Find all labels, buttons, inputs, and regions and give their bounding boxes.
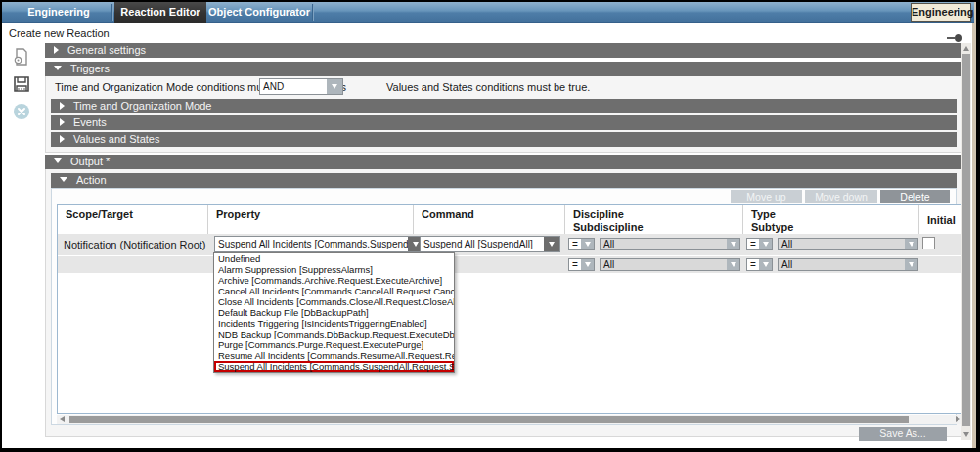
move-up-button[interactable]: Move up (731, 190, 802, 203)
save-icon (12, 74, 31, 94)
chevron-down-icon (60, 177, 67, 182)
property-value: Suspend All Incidents [Commands.SuspendA… (215, 237, 408, 251)
subtype-value: All (779, 259, 905, 270)
engineering-mode-button[interactable]: Engineering (911, 3, 971, 22)
subtype-select[interactable]: All (778, 258, 918, 271)
section-action[interactable]: Action (51, 173, 957, 188)
section-label: General settings (67, 44, 146, 56)
dropdown-button[interactable] (759, 239, 772, 249)
dropdown-button[interactable] (905, 239, 917, 249)
chevron-right-icon (60, 118, 65, 126)
scope-target-cell: Notification (Notification Root) (64, 239, 206, 250)
tab-engineering-console[interactable]: Engineering Console (8, 2, 110, 23)
section-general-settings[interactable]: General settings (45, 43, 962, 58)
dropdown-item[interactable]: Default Backup File [DbBackupPath] (214, 307, 454, 318)
scrollbar-thumb[interactable] (962, 54, 970, 426)
dropdown-item[interactable]: NDB Backup [Commands.DbBackup.Request.Ex… (214, 329, 454, 339)
horizontal-scrollbar[interactable] (57, 415, 963, 424)
delete-button[interactable]: Delete (880, 190, 950, 203)
section-events[interactable]: Events (51, 115, 957, 130)
discipline-select[interactable]: All (600, 238, 740, 250)
dropdown-button[interactable] (759, 259, 772, 270)
operator-value: = (569, 259, 581, 270)
type-operator-select[interactable]: = (746, 238, 773, 250)
property-select[interactable]: Suspend All Incidents [Commands.SuspendA… (214, 236, 424, 252)
dropdown-button[interactable] (727, 259, 739, 270)
type-select[interactable]: All (778, 238, 918, 250)
dropdown-button[interactable] (905, 259, 917, 270)
column-header-property[interactable]: Property (207, 205, 413, 234)
subdiscipline-operator-select[interactable]: = (568, 258, 595, 271)
dropdown-item[interactable]: Purge [Commands.Purge.Request.ExecutePur… (214, 339, 454, 350)
section-label: Values and States (73, 133, 159, 145)
column-header-command[interactable]: Command (413, 205, 564, 234)
dropdown-item[interactable]: Alarm Suppression [SuppressAlarms] (214, 264, 454, 275)
section-time-org-mode[interactable]: Time and Organization Mode (51, 99, 957, 113)
tab-object-configurator[interactable]: Object Configurator (208, 2, 310, 23)
dropdown-item[interactable]: Close All Incidents [Commands.CloseAll.R… (214, 296, 454, 307)
scroll-up-arrow[interactable] (963, 46, 969, 51)
dropdown-item[interactable]: Incidents Triggering [IsIncidentsTrigger… (214, 318, 454, 329)
column-header-scope-target[interactable]: Scope/Target (58, 205, 207, 234)
column-label: Discipline (573, 208, 742, 221)
application-window: Engineering Console Reaction Editor Obje… (0, 0, 980, 452)
initial-checkbox[interactable] (922, 237, 935, 249)
save-button[interactable] (12, 74, 31, 94)
new-reaction-icon (12, 47, 31, 67)
move-down-button[interactable]: Move down (805, 190, 877, 203)
vertical-scrollbar[interactable] (961, 43, 971, 440)
tab-separator (111, 4, 112, 21)
tab-reaction-editor[interactable]: Reaction Editor (114, 2, 206, 23)
subtype-operator-select[interactable]: = (746, 258, 773, 271)
section-label: Action (76, 174, 107, 186)
scroll-down-arrow[interactable] (963, 432, 969, 437)
events-operator-select[interactable]: AND (259, 78, 343, 95)
column-label: Subdiscipline (573, 221, 742, 234)
chevron-right-icon (60, 102, 65, 110)
dropdown-button[interactable] (727, 239, 739, 249)
chevron-down-icon (332, 84, 337, 89)
dropdown-item-selected[interactable]: Suspend All Incidents [Commands.SuspendA… (214, 361, 454, 372)
discard-button[interactable] (12, 102, 31, 121)
new-reaction-button[interactable] (12, 47, 31, 67)
column-label: Initial (927, 214, 963, 227)
dropdown-button[interactable] (327, 79, 342, 94)
dropdown-item[interactable]: Cancel All Incidents [Commands.CancelAll… (214, 286, 454, 296)
save-as-button[interactable]: Save As... (859, 427, 947, 441)
section-triggers[interactable]: Triggers (45, 62, 962, 76)
section-values-states[interactable]: Values and States (51, 132, 957, 147)
operator-value: = (747, 259, 759, 270)
dropdown-button[interactable] (581, 259, 594, 270)
top-tab-bar: Engineering Console Reaction Editor Obje… (2, 2, 974, 23)
column-header-type[interactable]: Type Subtype (742, 205, 918, 234)
dropdown-button[interactable] (544, 237, 559, 251)
chevron-down-icon (549, 242, 555, 247)
chevron-down-icon (909, 242, 914, 247)
command-select[interactable]: Suspend All [SuspendAll] (420, 236, 560, 252)
dropdown-item[interactable]: Undefined (214, 253, 454, 264)
dropdown-button[interactable] (581, 239, 594, 249)
chevron-down-icon (54, 158, 62, 163)
operator-value: = (747, 239, 759, 249)
dropdown-item[interactable]: Resume All Incidents [Commands.ResumeAll… (214, 350, 454, 361)
discipline-operator-select[interactable]: = (568, 238, 595, 250)
chevron-down-icon (585, 242, 591, 247)
chevron-down-icon (731, 262, 736, 267)
command-value: Suspend All [SuspendAll] (421, 237, 544, 251)
section-output[interactable]: Output * (45, 155, 962, 169)
pin-dot (955, 34, 962, 42)
section-label: Time and Organization Mode (73, 100, 211, 112)
column-label: Property (216, 208, 413, 221)
dropdown-item[interactable]: Archive [Commands.Archive.Request.Execut… (214, 275, 454, 286)
column-header-initial[interactable]: Initial (918, 205, 963, 234)
scroll-left-arrow[interactable] (60, 416, 65, 422)
pin-icon[interactable] (947, 34, 962, 42)
scroll-right-arrow[interactable] (956, 416, 960, 422)
chevron-down-icon (731, 242, 736, 247)
chevron-down-icon (763, 242, 769, 247)
column-header-discipline[interactable]: Discipline Subdiscipline (564, 205, 742, 234)
subdiscipline-select[interactable]: All (600, 258, 740, 271)
scrollbar-thumb[interactable] (69, 416, 909, 423)
column-label: Type (751, 208, 918, 221)
pin-line (947, 37, 955, 39)
